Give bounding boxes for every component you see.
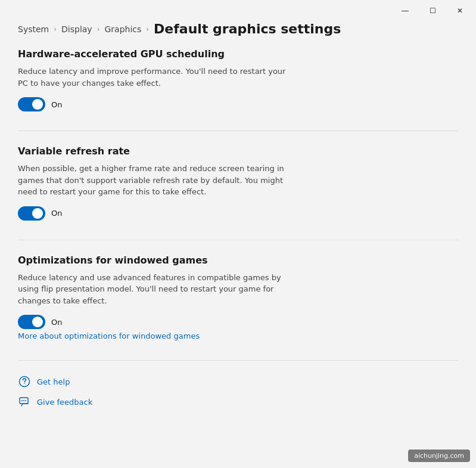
maximize-button[interactable]: ☐ (419, 0, 446, 21)
breadcrumb-sep-1: › (54, 25, 57, 33)
get-help-item[interactable]: Get help (18, 375, 458, 388)
toggle-row-windowed: On (18, 315, 458, 329)
svg-point-5 (25, 400, 26, 401)
section-windowed-games-title: Optimizations for windowed games (18, 255, 458, 266)
help-section: Get help Give feedback (18, 375, 458, 408)
toggle-row-gpu: On (18, 97, 458, 111)
toggle-variable-refresh[interactable] (18, 206, 45, 221)
section-gpu-scheduling-title: Hardware-accelerated GPU scheduling (18, 48, 458, 60)
give-feedback-icon (18, 395, 31, 408)
section-variable-refresh-desc: When possible, get a higher frame rate a… (18, 163, 292, 198)
section-windowed-games: Optimizations for windowed games Reduce … (18, 255, 458, 342)
breadcrumb-graphics[interactable]: Graphics (104, 24, 141, 34)
section-windowed-games-desc: Reduce latency and use advanced features… (18, 272, 292, 307)
divider-3 (18, 360, 458, 361)
toggle-gpu-scheduling[interactable] (18, 97, 45, 111)
minimize-button[interactable]: — (391, 0, 419, 21)
svg-point-4 (23, 400, 24, 401)
page-title: Default graphics settings (154, 21, 341, 36)
toggle-windowed-games[interactable] (18, 315, 45, 329)
give-feedback-item[interactable]: Give feedback (18, 395, 458, 408)
close-button[interactable]: ✕ (446, 0, 474, 21)
divider-2 (18, 240, 458, 240)
section-variable-refresh-title: Variable refresh rate (18, 145, 458, 157)
breadcrumb: System › Display › Graphics › Default gr… (18, 21, 458, 36)
toggle-variable-label: On (51, 209, 62, 218)
title-bar: — ☐ ✕ (0, 0, 476, 21)
toggle-row-variable: On (18, 206, 458, 221)
svg-point-1 (24, 383, 25, 385)
divider-1 (18, 131, 458, 131)
breadcrumb-sep-3: › (146, 25, 149, 33)
toggle-windowed-label: On (51, 318, 62, 327)
breadcrumb-display[interactable]: Display (61, 24, 92, 34)
windowed-games-link[interactable]: More about optimizations for windowed ga… (18, 331, 200, 340)
get-help-label: Get help (37, 377, 70, 386)
section-gpu-scheduling: Hardware-accelerated GPU scheduling Redu… (18, 48, 458, 111)
breadcrumb-sep-2: › (97, 25, 100, 33)
get-help-icon (18, 375, 31, 388)
breadcrumb-system[interactable]: System (18, 24, 49, 34)
toggle-gpu-label: On (51, 100, 62, 109)
svg-point-3 (21, 400, 23, 401)
section-variable-refresh: Variable refresh rate When possible, get… (18, 145, 458, 221)
main-content: System › Display › Graphics › Default gr… (0, 21, 476, 468)
window: — ☐ ✕ System › Display › Graphics › Defa… (0, 0, 476, 468)
section-gpu-scheduling-desc: Reduce latency and improve performance. … (18, 66, 292, 89)
give-feedback-label: Give feedback (37, 398, 92, 407)
